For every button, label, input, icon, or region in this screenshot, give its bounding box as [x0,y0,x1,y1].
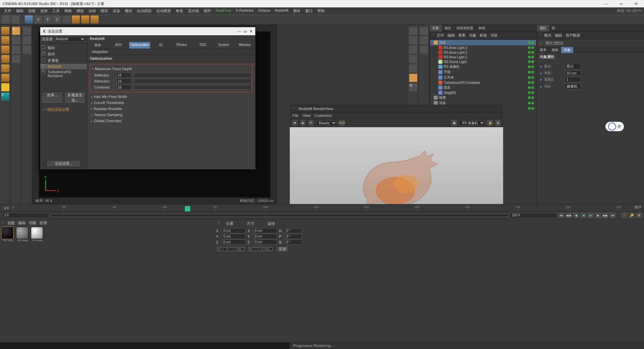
autokey-icon[interactable]: 🔑 [629,212,635,218]
menu-插件[interactable]: 插件 [202,8,213,14]
obj-menu-编辑[interactable]: 编辑 [446,33,456,38]
p2-icon[interactable] [409,36,417,44]
lock-icon[interactable] [23,46,31,54]
multipass-button[interactable]: 多通道渲染... [64,92,86,104]
p6-icon[interactable] [409,74,417,82]
render-settings-icon[interactable] [91,15,99,23]
pos-X[interactable] [222,228,246,233]
rs-lock-icon[interactable]: 🔒 [487,120,493,126]
attr-方向[interactable]: 摄像机 [565,83,581,90]
frame-start-field[interactable] [2,213,49,218]
modal-close-icon[interactable]: ✕ [250,29,253,34]
obj-row-Stag001[interactable]: Stag001 [430,90,536,95]
menu-渲染[interactable]: 渲染 [111,8,122,14]
rot-P[interactable] [285,234,302,239]
mat-tab-创建[interactable]: 创建 [7,221,15,225]
p5-icon[interactable] [409,64,417,72]
size-X[interactable] [254,228,277,233]
menu-运动跟踪[interactable]: 运动跟踪 [135,8,154,14]
rs-stop-icon[interactable]: ■ [292,120,298,126]
obj-row-RS Area Light.3[interactable]: RS Area Light.3 [430,45,536,50]
coord-icon[interactable] [62,15,70,23]
goto-end-icon[interactable]: ⏭ [610,212,616,218]
rs-tab-Memory[interactable]: Memory [234,42,255,49]
menu-Redshift[interactable]: Redshift [273,8,290,14]
menu-捕捉[interactable]: 捕捉 [74,8,86,14]
axis-y-icon[interactable]: Y [44,15,52,23]
step-back-key-icon[interactable]: ◀◀ [566,212,572,218]
rtree-输出[interactable]: 输出 [40,45,87,51]
obj-tab-构造[interactable]: 构造 [476,25,488,32]
rs-play-icon[interactable]: ▶ [300,120,306,126]
slider-Combined[interactable] [134,85,252,90]
rs-refresh-icon[interactable]: ⟳ [308,120,314,126]
menu-运动图形[interactable]: 运动图形 [154,8,173,14]
record-icon[interactable]: ● [621,212,627,218]
select-tool-icon[interactable] [12,36,20,44]
attr-tab-层[interactable]: 层 [549,25,558,32]
size-Y[interactable] [254,234,277,239]
mat-tab-纹理[interactable]: 纹理 [40,221,47,225]
rs-menu-Customize[interactable]: Customize [314,113,332,117]
mat-tab-编辑[interactable]: 编辑 [18,221,25,225]
obj-row-RS Area Light.1[interactable]: RS Area Light.1 [430,55,536,59]
keyframe-opts-icon[interactable]: ⚙ [636,212,642,218]
pos-Z[interactable] [222,240,246,245]
obj-row-RS 摄像机[interactable]: RS 摄像机 [430,64,536,69]
pos-Y[interactable] [222,234,246,239]
rtree-多通道[interactable]: 多通道 [40,57,87,64]
material-RS Mate[interactable]: RS Mate [16,227,30,242]
rtree-保存[interactable]: 保存 [40,51,87,57]
menu-RealFlow[interactable]: RealFlow [214,8,233,14]
obj-menu-查看[interactable]: 查看 [457,33,467,38]
workplane-icon[interactable] [23,36,31,44]
rs-tab-Photon[interactable]: Photon [171,42,193,49]
menu-流水线[interactable]: 流水线 [186,8,201,14]
rs-camera-select[interactable]: RS 摄像机 [459,120,485,126]
menu-编辑[interactable]: 编辑 [14,8,25,14]
attr-宽高比[interactable]: 1 [565,77,581,82]
rs-tab-AOV[interactable]: AOV [108,42,129,49]
group-Texture-Sampling[interactable]: Texture Sampling [90,112,253,118]
timeline-cursor[interactable]: 69 [185,206,190,211]
obj-menu-标签[interactable]: 标签 [479,33,488,38]
p4-icon[interactable] [409,55,417,63]
attr-subtab-坐标[interactable]: 坐标 [549,47,561,53]
obj-menu-书签[interactable]: 书签 [489,33,499,38]
step-fwd-key-icon[interactable]: ▶▶ [602,212,608,218]
q2-icon[interactable] [420,36,428,44]
obj-row-圆盘[interactable]: 圆盘 [430,85,536,90]
group-Hair-Min-Pixel-Width[interactable]: Hair Min Pixel Width [90,94,253,100]
minimize-button[interactable]: — [601,2,612,6]
group-Global-Overrides[interactable]: Global Overrides [90,118,253,124]
material-RS Mate[interactable]: RS Mate [31,227,44,242]
axis-x-icon[interactable]: X [34,15,42,23]
menu-脚本[interactable]: 脚本 [291,8,303,14]
coord-size-select[interactable]: 绝对尺寸 [248,246,274,252]
q1-icon[interactable] [420,27,428,35]
attr-menu-模式[interactable]: 模式 [543,33,552,38]
attr-显示[interactable]: 圆点 [565,63,581,69]
rs-tab-SSS[interactable]: SSS [192,42,213,49]
render-settings-button[interactable]: 渲染设置... [46,160,81,167]
menu-雕刻[interactable]: 雕刻 [123,8,134,14]
render-icon[interactable] [72,15,80,23]
q3-icon[interactable] [420,46,428,54]
obj-row-平面[interactable]: 平面 [430,69,536,75]
menu-动画[interactable]: 动画 [87,8,98,14]
rs-menu-View[interactable]: View [303,113,311,117]
rotate-tool-icon[interactable] [12,55,20,63]
close-button[interactable]: ✕ [631,2,641,6]
rtree-TurbulenceFD Renderer[interactable]: TurbulenceFD Renderer [40,69,87,79]
rot-B[interactable] [285,240,302,245]
ime-pill[interactable]: 英 [605,122,624,131]
rs-tab-基本[interactable]: 基本 [87,42,108,49]
redo-button[interactable] [11,15,19,23]
undo-button[interactable] [2,15,10,23]
modal-minimize-icon[interactable]: — [237,29,241,34]
obj-menu-文件[interactable]: 文件 [436,33,445,38]
step-fwd-icon[interactable]: ▶ [595,212,601,218]
obj-row-碰撞[interactable]: 碰撞 [430,95,536,100]
menu-Octane[interactable]: Octane [256,8,272,14]
menu-模拟[interactable]: 模拟 [99,8,110,14]
